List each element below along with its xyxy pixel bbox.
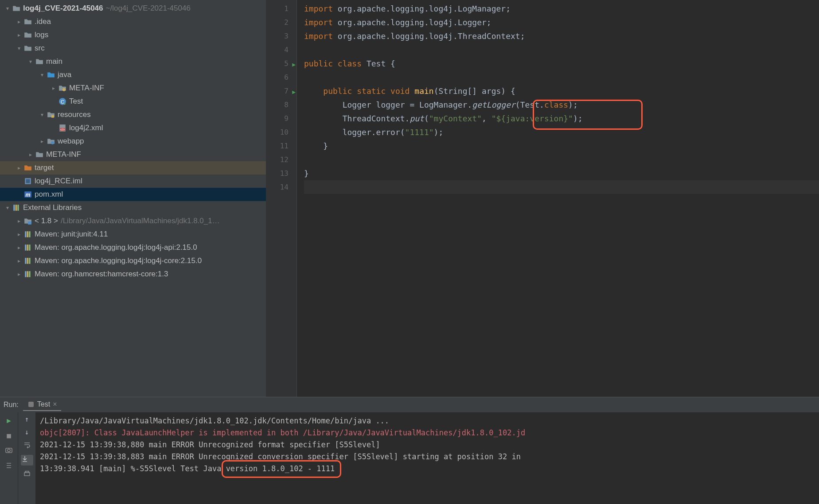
line-number: 11 bbox=[266, 139, 289, 153]
tree-item-label: META-INF bbox=[69, 84, 104, 93]
tree-item-label: main bbox=[46, 57, 62, 66]
dump-button[interactable] bbox=[4, 445, 14, 456]
chevron-right-icon[interactable]: ▸ bbox=[38, 138, 46, 144]
tree-item-resources[interactable]: ▾resources bbox=[0, 108, 266, 121]
code-line[interactable]: ThreadContext.put("myContext", "${java:v… bbox=[304, 112, 819, 125]
folder-icon bbox=[23, 44, 33, 52]
run-gutter-icon[interactable]: ▶ bbox=[292, 85, 296, 99]
tree-item-test[interactable]: CTest bbox=[0, 95, 266, 108]
console-output[interactable]: /Library/Java/JavaVirtualMachines/jdk1.8… bbox=[35, 412, 819, 504]
down-stack-button[interactable]: ↓ bbox=[25, 428, 29, 436]
line-number: 5 bbox=[266, 57, 289, 70]
tree-item-external-libraries[interactable]: ▾External Libraries bbox=[0, 201, 266, 214]
code-line[interactable] bbox=[304, 153, 819, 167]
tree-item-meta-inf[interactable]: ▸META-INF bbox=[0, 148, 266, 161]
svg-rect-25 bbox=[29, 258, 30, 264]
chevron-down-icon[interactable]: ▾ bbox=[15, 45, 23, 51]
code-line[interactable] bbox=[304, 43, 819, 57]
line-number: 14 bbox=[266, 180, 289, 194]
run-tab-test[interactable]: Test × bbox=[23, 399, 62, 411]
mvnlib-icon bbox=[23, 270, 33, 278]
line-number: 13 bbox=[266, 167, 289, 180]
code-line[interactable]: public class Test { bbox=[304, 57, 819, 70]
up-stack-button[interactable]: ↑ bbox=[25, 415, 29, 423]
tree-item-label: java bbox=[58, 70, 71, 79]
tree-item-target[interactable]: ▸target bbox=[0, 161, 266, 174]
run-toolbar-secondary: ↑ ↓ bbox=[18, 412, 35, 504]
chevron-right-icon[interactable]: ▸ bbox=[50, 85, 58, 91]
code-line[interactable] bbox=[304, 70, 819, 84]
folder-icon bbox=[35, 58, 44, 66]
lib-icon bbox=[12, 204, 21, 212]
tree-item-label: target bbox=[35, 163, 54, 172]
svg-rect-20 bbox=[25, 244, 26, 251]
code-line[interactable]: logger.error("1111"); bbox=[304, 125, 819, 139]
code-editor[interactable]: 1234▶56▶7891011121314 import org.apache.… bbox=[266, 0, 819, 397]
run-tool-window: Run: Test × ▶ ■ ↑ ↓ /Library/Java/JavaVi… bbox=[0, 397, 819, 504]
run-toolbar-primary: ▶ ■ bbox=[0, 412, 18, 504]
editor-code-area[interactable]: import org.apache.logging.log4j.LogManag… bbox=[297, 0, 819, 397]
tree-item-pom-xml[interactable]: mpom.xml bbox=[0, 188, 266, 201]
line-number: 3 bbox=[266, 29, 289, 43]
code-line[interactable]: import org.apache.logging.log4j.ThreadCo… bbox=[304, 29, 819, 43]
tree-item--idea[interactable]: ▸.idea bbox=[0, 15, 266, 28]
code-line[interactable]: public static void main(String[] args) { bbox=[304, 84, 819, 98]
tree-item-path: /Library/Java/JavaVirtualMachines/jdk1.8… bbox=[61, 217, 220, 225]
tree-item-java[interactable]: ▾java bbox=[0, 68, 266, 81]
chevron-right-icon[interactable]: ▸ bbox=[15, 165, 23, 171]
run-tab-bar: Run: Test × bbox=[0, 397, 819, 412]
code-line[interactable]: import org.apache.logging.log4j.Logger; bbox=[304, 16, 819, 29]
close-icon[interactable]: × bbox=[53, 400, 57, 408]
chevron-down-icon[interactable]: ▾ bbox=[38, 72, 46, 78]
code-line[interactable]: Logger logger = LogManager.getLogger(Tes… bbox=[304, 98, 819, 112]
chevron-down-icon[interactable]: ▾ bbox=[38, 112, 46, 118]
tree-item-maven-org-hamcrest-hamcrest-core-1-3[interactable]: ▸Maven: org.hamcrest:hamcrest-core:1.3 bbox=[0, 268, 266, 281]
rerun-button[interactable]: ▶ bbox=[4, 415, 14, 426]
chevron-right-icon[interactable]: ▸ bbox=[15, 271, 23, 277]
print-button[interactable] bbox=[23, 470, 31, 480]
svg-rect-19 bbox=[29, 231, 30, 237]
code-line[interactable] bbox=[304, 180, 819, 194]
run-gutter-icon[interactable]: ▶ bbox=[292, 58, 296, 71]
chevron-right-icon[interactable]: ▸ bbox=[15, 19, 23, 25]
stop-button[interactable]: ■ bbox=[4, 430, 14, 441]
svg-rect-4 bbox=[51, 115, 54, 118]
chevron-down-icon[interactable]: ▾ bbox=[27, 58, 35, 65]
tree-item-maven-org-apache-logging-log4j-log4j-api-2-15-0[interactable]: ▸Maven: org.apache.logging.log4j:log4j-a… bbox=[0, 241, 266, 254]
svg-rect-24 bbox=[27, 258, 28, 264]
iml-icon bbox=[23, 177, 33, 185]
tree-item-meta-inf[interactable]: ▸META-INF bbox=[0, 81, 266, 95]
tree-item-main[interactable]: ▾main bbox=[0, 55, 266, 68]
soft-wrap-button[interactable] bbox=[23, 441, 31, 450]
svg-rect-14 bbox=[16, 205, 17, 211]
tree-item-logs[interactable]: ▸logs bbox=[0, 28, 266, 42]
tree-item-label: logs bbox=[35, 31, 48, 39]
chevron-right-icon[interactable]: ▸ bbox=[15, 244, 23, 251]
tree-item-log4j2-xml[interactable]: </>log4j2.xml bbox=[0, 121, 266, 135]
maven-icon: m bbox=[23, 190, 33, 198]
folder-root-icon bbox=[12, 4, 21, 12]
chevron-right-icon[interactable]: ▸ bbox=[15, 218, 23, 224]
code-line[interactable]: import org.apache.logging.log4j.LogManag… bbox=[304, 2, 819, 16]
svg-rect-16 bbox=[28, 221, 31, 225]
tree-item-label: External Libraries bbox=[23, 203, 82, 212]
tree-item-webapp[interactable]: ▸webapp bbox=[0, 135, 266, 148]
tree-item-label: pom.xml bbox=[35, 190, 63, 199]
code-line[interactable]: } bbox=[304, 167, 819, 180]
tree-item-log4j-rce-iml[interactable]: log4j_RCE.iml bbox=[0, 174, 266, 188]
chevron-right-icon[interactable]: ▸ bbox=[15, 32, 23, 38]
tree-item--1-8-[interactable]: ▸< 1.8 >/Library/Java/JavaVirtualMachine… bbox=[0, 214, 266, 228]
chevron-right-icon[interactable]: ▸ bbox=[15, 258, 23, 264]
layout-button[interactable] bbox=[4, 460, 14, 471]
chevron-right-icon[interactable]: ▸ bbox=[15, 231, 23, 237]
tree-item-log4j-cve-2021-45046[interactable]: ▾log4j_CVE-2021-45046~/log4j_CVE-2021-45… bbox=[0, 2, 266, 15]
chevron-right-icon[interactable]: ▸ bbox=[27, 151, 35, 158]
code-line[interactable]: } bbox=[304, 139, 819, 153]
project-tree[interactable]: ▾log4j_CVE-2021-45046~/log4j_CVE-2021-45… bbox=[0, 0, 266, 397]
scroll-to-end-button[interactable] bbox=[21, 455, 33, 465]
tree-item-maven-org-apache-logging-log4j-log4j-core-2-15-0[interactable]: ▸Maven: org.apache.logging.log4j:log4j-c… bbox=[0, 254, 266, 268]
chevron-down-icon[interactable]: ▾ bbox=[4, 5, 12, 12]
chevron-down-icon[interactable]: ▾ bbox=[4, 205, 12, 211]
tree-item-maven-junit-junit-4-11[interactable]: ▸Maven: junit:junit:4.11 bbox=[0, 228, 266, 241]
tree-item-src[interactable]: ▾src bbox=[0, 42, 266, 55]
